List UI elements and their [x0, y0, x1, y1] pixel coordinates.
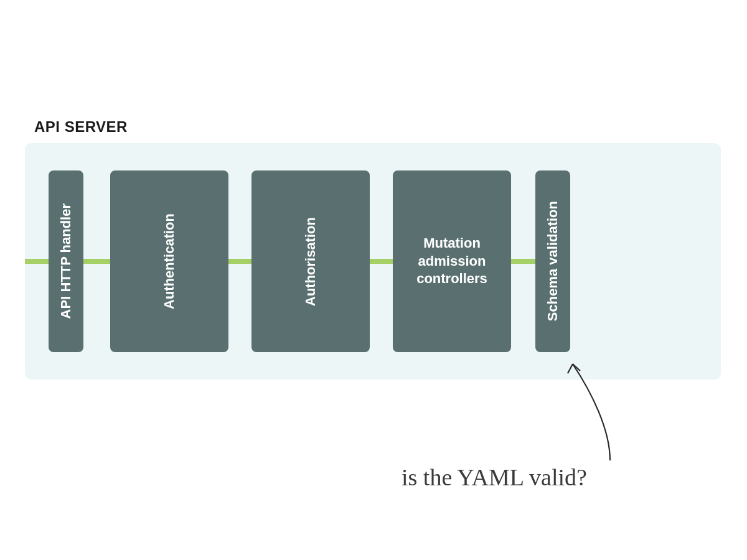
stage-authentication: Authentication [110, 170, 228, 352]
stage-label: Authorisation [303, 217, 319, 306]
diagram-title: API SERVER [34, 118, 128, 136]
stage-mutation-admission-controllers: Mutation admission controllers [393, 170, 511, 352]
stage-label: API HTTP handler [58, 203, 74, 319]
stage-authorisation: Authorisation [251, 170, 370, 352]
annotation-text: is the YAML valid? [402, 464, 587, 491]
stage-api-http-handler: API HTTP handler [49, 170, 83, 352]
stage-label: Schema validation [545, 201, 561, 321]
stage-label: Authentication [161, 213, 177, 309]
stage-label: Mutation admission controllers [400, 235, 504, 288]
stage-schema-validation: Schema validation [535, 170, 570, 352]
